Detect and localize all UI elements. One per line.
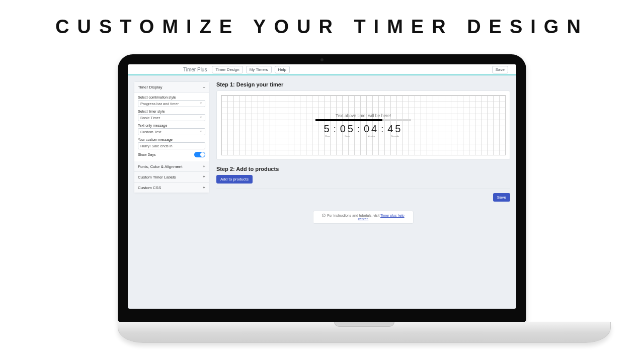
hero-title: CUSTOMIZE YOUR TIMER DESIGN <box>0 16 644 38</box>
nav-my-timers[interactable]: My Timers <box>246 66 272 73</box>
timer-days: 5 <box>324 123 332 135</box>
brand-name: Timer Plus <box>183 67 207 72</box>
main-panel: Step 1: Design your timer Text above tim… <box>216 81 510 303</box>
text-only-select[interactable]: Custom Text <box>138 128 205 135</box>
accordion-fonts[interactable]: Fonts, Color & Alignment + <box>134 161 209 172</box>
step2-title: Step 2: Add to products <box>216 166 510 172</box>
accordion-title: Timer Display <box>138 85 163 89</box>
timer-preview-card: Text above timer will be here! 5Days : 0… <box>216 90 510 160</box>
preview-grid: Text above timer will be here! 5Days : 0… <box>221 95 506 155</box>
timer-hours: 05 <box>340 123 355 135</box>
nav-timer-design[interactable]: Timer Design <box>212 66 243 73</box>
timer-seconds: 45 <box>387 123 403 135</box>
save-button-bottom[interactable]: Save <box>493 193 510 202</box>
timer-style-select[interactable]: Basic Timer <box>138 114 205 121</box>
custom-msg-label: Your custom message <box>138 138 205 141</box>
custom-msg-input[interactable]: Hurry! Sale ends in <box>138 142 205 149</box>
preview-timer: 5Days : 05Hours : 04Minutes : 45Seconds <box>324 123 403 137</box>
timer-hours-label: Hours <box>345 135 350 137</box>
laptop-notch <box>334 322 394 327</box>
expand-icon: + <box>203 164 205 169</box>
colon-icon: : <box>334 124 338 135</box>
add-to-products-button[interactable]: Add to products <box>216 175 253 184</box>
combo-style-label: Select combination style <box>138 96 205 99</box>
timer-minutes-label: Minutes <box>368 135 375 137</box>
settings-sidebar: Timer Display – Select combination style… <box>134 81 209 193</box>
preview-text-above: Text above timer will be here! <box>336 113 391 118</box>
collapse-icon: – <box>203 84 205 89</box>
expand-icon: + <box>203 185 205 190</box>
accordion-css[interactable]: Custom CSS + <box>134 183 209 193</box>
timer-minutes: 04 <box>364 123 379 135</box>
colon-icon: : <box>381 124 385 135</box>
timer-seconds-label: Seconds <box>391 135 399 137</box>
show-days-label: Show Days <box>138 153 155 156</box>
divider <box>216 189 510 189</box>
help-footer: iFor instructions and tutorials, visit T… <box>313 211 414 224</box>
top-bar: Timer Plus Timer Design My Timers Help S… <box>128 64 516 75</box>
laptop-frame: Timer Plus Timer Design My Timers Help S… <box>118 54 526 343</box>
save-button-top[interactable]: Save <box>492 66 508 73</box>
step1-title: Step 1: Design your timer <box>216 81 510 87</box>
accordion-labels[interactable]: Custom Timer Labels + <box>134 172 209 183</box>
timer-days-label: Days <box>326 135 330 137</box>
preview-progress-bar <box>315 119 411 121</box>
accordion-timer-display[interactable]: Timer Display – <box>134 82 209 93</box>
accordion-title: Fonts, Color & Alignment <box>138 164 182 169</box>
app-screen: Timer Plus Timer Design My Timers Help S… <box>128 64 516 309</box>
show-days-toggle[interactable] <box>194 152 205 157</box>
combo-style-select[interactable]: Progress bar and timer <box>138 100 205 107</box>
nav-help[interactable]: Help <box>275 66 290 73</box>
info-icon: i <box>322 214 326 217</box>
accordion-title: Custom Timer Labels <box>138 175 176 179</box>
expand-icon: + <box>203 174 205 179</box>
camera-dot <box>320 58 324 61</box>
laptop-base <box>118 322 611 343</box>
colon-icon: : <box>357 124 362 135</box>
text-only-label: Text-only message <box>138 124 205 127</box>
accordion-title: Custom CSS <box>138 186 161 190</box>
help-text: For instructions and tutorials, visit <box>327 214 380 217</box>
timer-style-label: Select timer style <box>138 110 205 113</box>
